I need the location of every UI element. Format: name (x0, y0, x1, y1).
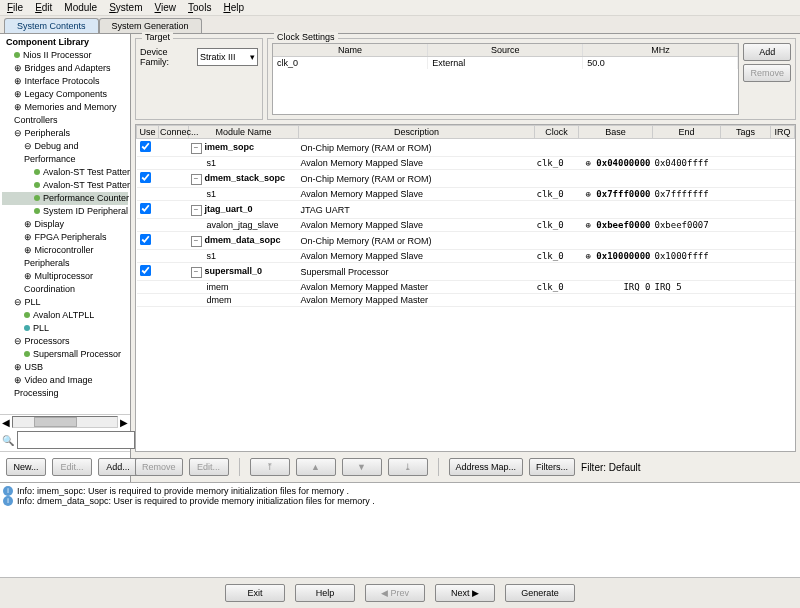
menu-help[interactable]: Help (218, 1, 249, 14)
table-row[interactable]: avalon_jtag_slaveAvalon Memory Mapped Sl… (137, 219, 795, 232)
col-mhz: MHz (583, 44, 738, 56)
table-row[interactable]: −imem_sopcOn-Chip Memory (RAM or ROM) (137, 139, 795, 157)
help-button[interactable]: Help (295, 584, 355, 602)
new-button[interactable]: New... (6, 458, 46, 476)
device-family-label: Device Family: (140, 47, 194, 67)
clock-mhz[interactable]: 50.0 (583, 57, 738, 69)
tree-item[interactable]: PLL (25, 297, 41, 307)
tree-item[interactable]: Video and Image Processing (14, 375, 92, 398)
table-row[interactable]: −supersmall_0Supersmall Processor (137, 263, 795, 281)
table-row[interactable]: s1Avalon Memory Mapped Slaveclk_0⊕ 0x040… (137, 157, 795, 170)
tree-item[interactable]: Avalon-ST Test Pattern (43, 167, 130, 177)
tree-item[interactable]: Nios II Processor (23, 50, 92, 60)
component-tree[interactable]: Component Library Nios II Processor ⊕ Br… (0, 34, 130, 414)
messages-panel: iInfo: imem_sopc: User is required to pr… (0, 482, 800, 577)
tree-item[interactable]: Multiprocessor Coordination (24, 271, 93, 294)
tree-scrollbar[interactable]: ◀▶ (0, 414, 130, 429)
tree-item[interactable]: Interface Protocols (25, 76, 100, 86)
info-icon: i (3, 486, 13, 496)
clock-remove-button[interactable]: Remove (743, 64, 791, 82)
tree-item[interactable]: Legacy Components (25, 89, 108, 99)
tree-item[interactable]: Avalon ALTPLL (33, 310, 94, 320)
menu-system[interactable]: System (104, 1, 147, 14)
target-fieldset: Target Device Family: Stratix III▾ (135, 38, 263, 120)
tree-item[interactable]: Performance Counter (43, 193, 129, 203)
next-button[interactable]: Next ▶ (435, 584, 495, 602)
col-base: Base (579, 126, 653, 139)
module-toolbar: Remove Edit... ⤒ ▲ ▼ ⤓ Address Map... Fi… (131, 452, 800, 482)
address-map-button[interactable]: Address Map... (449, 458, 524, 476)
move-down-button[interactable]: ▼ (342, 458, 382, 476)
table-row[interactable]: −dmem_data_sopcOn-Chip Memory (RAM or RO… (137, 232, 795, 250)
col-end: End (653, 126, 721, 139)
device-family-select[interactable]: Stratix III▾ (197, 48, 258, 66)
move-top-button[interactable]: ⤒ (250, 458, 290, 476)
info-message: iInfo: imem_sopc: User is required to pr… (3, 486, 797, 496)
tree-item[interactable]: PLL (33, 323, 49, 333)
component-library-panel: Component Library Nios II Processor ⊕ Br… (0, 34, 131, 482)
clock-legend: Clock Settings (274, 32, 338, 42)
table-row[interactable]: −jtag_uart_0JTAG UART (137, 201, 795, 219)
table-row[interactable]: imemAvalon Memory Mapped Masterclk_0IRQ … (137, 281, 795, 294)
search-input[interactable] (17, 431, 135, 449)
menubar: File Edit Module System View Tools Help (0, 0, 800, 16)
use-checkbox[interactable] (139, 172, 150, 183)
tree-item[interactable]: System ID Peripheral (43, 206, 128, 216)
table-row[interactable]: dmemAvalon Memory Mapped Master (137, 294, 795, 307)
menu-view[interactable]: View (150, 1, 182, 14)
search-icon: 🔍 (2, 435, 14, 446)
tab-system-contents[interactable]: System Contents (4, 18, 99, 33)
tree-item[interactable]: Avalon-ST Test Pattern (43, 180, 130, 190)
col-clock: Clock (535, 126, 579, 139)
tree-item[interactable]: Memories and Memory Controllers (14, 102, 117, 125)
target-legend: Target (142, 32, 173, 42)
move-bottom-button[interactable]: ⤓ (388, 458, 428, 476)
col-name: Name (273, 44, 428, 56)
tab-system-generation[interactable]: System Generation (99, 18, 202, 33)
tabstrip: System Contents System Generation (0, 16, 800, 34)
menu-file[interactable]: File (2, 1, 28, 14)
clock-source[interactable]: External (428, 57, 583, 69)
info-icon: i (3, 496, 13, 506)
clock-name[interactable]: clk_0 (273, 57, 428, 69)
tree-item[interactable]: Debug and Performance (24, 141, 79, 164)
prev-button[interactable]: ◀ Prev (365, 584, 425, 602)
use-checkbox[interactable] (139, 203, 150, 214)
tree-item[interactable]: Peripherals (25, 128, 71, 138)
tree-item[interactable]: Supersmall Processor (33, 349, 121, 359)
tree-item[interactable]: Display (35, 219, 65, 229)
table-row[interactable]: s1Avalon Memory Mapped Slaveclk_0⊕ 0x7ff… (137, 188, 795, 201)
generate-button[interactable]: Generate (505, 584, 575, 602)
wizard-buttons: Exit Help ◀ Prev Next ▶ Generate (0, 577, 800, 608)
use-checkbox[interactable] (139, 234, 150, 245)
move-up-button[interactable]: ▲ (296, 458, 336, 476)
col-conn: Connec... (159, 126, 189, 139)
filter-label: Filter: Default (581, 462, 640, 473)
info-message: iInfo: dmem_data_sopc: User is required … (3, 496, 797, 506)
col-module: Module Name (189, 126, 299, 139)
menu-edit[interactable]: Edit (30, 1, 57, 14)
table-row[interactable]: s1Avalon Memory Mapped Slaveclk_0⊕ 0x100… (137, 250, 795, 263)
remove-button[interactable]: Remove (135, 458, 183, 476)
tree-item[interactable]: FPGA Peripherals (35, 232, 107, 242)
clock-add-button[interactable]: Add (743, 43, 791, 61)
use-checkbox[interactable] (139, 265, 150, 276)
tree-item[interactable]: USB (25, 362, 44, 372)
use-checkbox[interactable] (139, 141, 150, 152)
edit-button[interactable]: Edit... (52, 458, 92, 476)
table-row[interactable]: −dmem_stack_sopcOn-Chip Memory (RAM or R… (137, 170, 795, 188)
tree-item[interactable]: Processors (25, 336, 70, 346)
module-table[interactable]: Use Connec... Module Name Description Cl… (135, 124, 796, 452)
clock-fieldset: Clock Settings Name Source MHz clk_0 Ext… (267, 38, 796, 120)
clock-table[interactable]: Name Source MHz clk_0 External 50.0 (272, 43, 739, 115)
col-desc: Description (299, 126, 535, 139)
col-source: Source (428, 44, 583, 56)
exit-button[interactable]: Exit (225, 584, 285, 602)
tree-item[interactable]: Microcontroller Peripherals (24, 245, 94, 268)
menu-tools[interactable]: Tools (183, 1, 216, 14)
col-irq: IRQ (771, 126, 795, 139)
filters-button[interactable]: Filters... (529, 458, 575, 476)
menu-module[interactable]: Module (59, 1, 102, 14)
tree-item[interactable]: Bridges and Adapters (25, 63, 111, 73)
edit-module-button[interactable]: Edit... (189, 458, 229, 476)
